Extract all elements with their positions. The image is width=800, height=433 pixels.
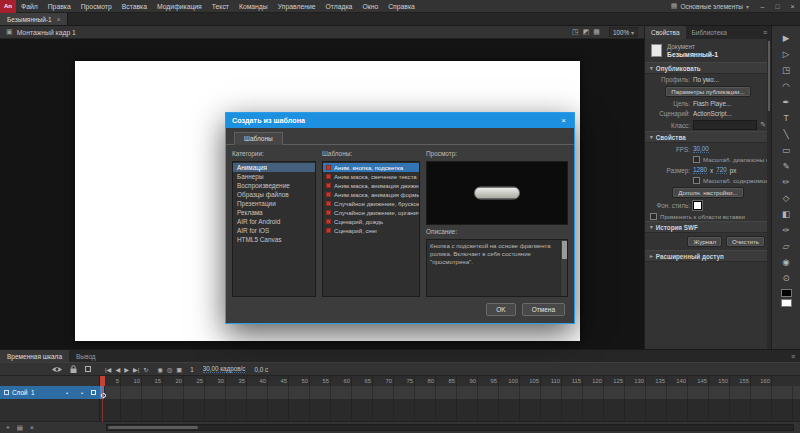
advanced-settings-button[interactable]: Дополн. настройки... — [672, 187, 743, 198]
layer-name-cell[interactable]: Слой_1 • • — [0, 386, 100, 399]
onion-skin-outlines-button[interactable]: ◎ — [166, 366, 173, 373]
frame-rate-value[interactable]: 30,00 кадров/с — [203, 365, 246, 373]
fps-value[interactable]: 30,00 — [693, 145, 709, 153]
panel-menu-icon[interactable]: ≡ — [786, 350, 800, 362]
publish-settings-button[interactable]: Параметры публикации... — [665, 86, 750, 97]
ruler-number[interactable]: 130 — [625, 376, 646, 386]
menu-item[interactable]: Модификация — [152, 0, 207, 13]
step-forward-button[interactable]: ▶| — [132, 366, 140, 373]
scale-spans-checkbox[interactable] — [693, 156, 700, 163]
new-folder-button[interactable]: ▤ — [17, 424, 23, 432]
new-layer-button[interactable]: + — [6, 424, 10, 432]
swf-history-log-button[interactable]: Журнал — [687, 236, 722, 247]
ruler-number[interactable]: 125 — [604, 376, 625, 386]
zoom-tool[interactable]: ⊙ — [776, 270, 796, 286]
line-tool[interactable]: ╲ — [776, 126, 796, 142]
tab-properties[interactable]: Свойства — [645, 26, 686, 39]
category-item[interactable]: Презентации — [233, 199, 315, 208]
class-input[interactable] — [693, 120, 757, 130]
stage-height-value[interactable]: 720 — [716, 166, 727, 174]
menu-item[interactable]: Правка — [43, 0, 76, 13]
script-dropdown[interactable]: ActionScript... — [693, 110, 732, 117]
swf-history-clear-button[interactable]: Очистить — [726, 236, 765, 247]
ruler-number[interactable]: 115 — [562, 376, 583, 386]
layer-frames[interactable] — [100, 386, 800, 399]
category-item[interactable]: Воспроизведение — [233, 181, 315, 190]
ruler-number[interactable]: 120 — [583, 376, 604, 386]
description-scrollbar[interactable] — [560, 240, 567, 296]
close-button[interactable]: × — [785, 0, 800, 13]
category-item[interactable]: AIR for Android — [233, 217, 315, 226]
ruler-number[interactable]: 150 — [709, 376, 730, 386]
tab-output[interactable]: Вывод — [69, 350, 103, 362]
play-button[interactable]: ▶ — [123, 366, 130, 373]
current-frame-counter[interactable]: 1 — [190, 366, 194, 373]
edit-symbols-button[interactable]: ◩ — [581, 28, 592, 36]
stage-width-value[interactable]: 1280 — [693, 166, 707, 174]
free-transform-tool[interactable]: ◳ — [776, 62, 796, 78]
ruler-number[interactable]: 10 — [121, 376, 142, 386]
template-item[interactable]: Аним. кнопка, подсветка — [323, 163, 419, 172]
ruler-numbers[interactable]: 5101520253035404550556065707580859095100… — [100, 376, 800, 386]
template-item[interactable]: Аним.маска, свечение текста — [323, 172, 419, 181]
workspace-switcher[interactable]: ▦ Основные элементы ▾ — [665, 2, 755, 10]
template-item[interactable]: Аним.маска, анимация движения — [323, 181, 419, 190]
selection-tool[interactable]: ▶ — [776, 30, 796, 46]
onion-skin-button[interactable]: ◉ — [156, 366, 163, 373]
tab-templates[interactable]: Шаблоны — [234, 132, 283, 145]
menu-item[interactable]: Просмотр — [76, 0, 117, 13]
category-item[interactable]: HTML5 Canvas — [233, 235, 315, 244]
section-publish[interactable]: ▾ Опубликовать — [645, 62, 771, 74]
timeline-horizontal-scrollbar[interactable] — [106, 424, 794, 431]
category-item[interactable]: Баннеры — [233, 172, 315, 181]
ruler-number[interactable]: 135 — [646, 376, 667, 386]
eyedropper-tool[interactable]: ✑ — [776, 222, 796, 238]
stroke-color-swatch[interactable] — [781, 289, 792, 297]
description-scrollbar-thumb[interactable] — [562, 241, 567, 259]
pencil-tool[interactable]: ✎ — [776, 158, 796, 174]
menu-item[interactable]: Отладка — [321, 0, 358, 13]
pen-tool[interactable]: ✒ — [776, 94, 796, 110]
ok-button[interactable]: OK — [486, 303, 515, 316]
document-tab-close-icon[interactable]: × — [57, 16, 61, 23]
template-item[interactable]: Аним.маска, анимация формы — [323, 190, 419, 199]
scale-content-checkbox[interactable] — [693, 177, 700, 184]
menu-item[interactable]: Текст — [207, 0, 234, 13]
category-item[interactable]: Анимация — [233, 163, 315, 172]
timeline-scrollbar-thumb[interactable] — [108, 426, 198, 429]
ruler-number[interactable]: 155 — [730, 376, 751, 386]
template-item[interactable]: Случайное движение, органическое — [323, 208, 419, 217]
zoom-control[interactable]: 100% ▾ — [609, 27, 638, 37]
ruler-number[interactable]: 60 — [331, 376, 352, 386]
menu-item[interactable]: Файл — [16, 0, 43, 13]
maximize-button[interactable]: □ — [770, 0, 785, 13]
ruler-number[interactable]: 145 — [688, 376, 709, 386]
tab-timeline[interactable]: Временная шкала — [0, 350, 69, 362]
ruler-number[interactable]: 75 — [394, 376, 415, 386]
apply-paste-checkbox[interactable] — [650, 213, 657, 220]
bone-tool[interactable]: ◇ — [776, 190, 796, 206]
properties-scrollbar-thumb[interactable] — [768, 41, 770, 111]
edit-class-icon[interactable]: ✎ — [760, 121, 766, 129]
ruler-number[interactable]: 65 — [352, 376, 373, 386]
template-item[interactable]: Сценарий, снег — [323, 226, 419, 235]
ruler-number[interactable]: 30 — [205, 376, 226, 386]
lock-all-layers-icon[interactable] — [70, 365, 77, 373]
edit-scene-button[interactable]: ◳ — [570, 28, 581, 36]
ruler-number[interactable]: 40 — [247, 376, 268, 386]
brush-tool[interactable]: ✏ — [776, 174, 796, 190]
cancel-button[interactable]: Отмена — [522, 303, 565, 316]
section-properties[interactable]: ▾ Свойства — [645, 131, 771, 143]
ruler-number[interactable]: 85 — [436, 376, 457, 386]
empty-frames-grid[interactable] — [100, 399, 800, 421]
fill-color-swatch[interactable] — [781, 299, 792, 307]
ruler-number[interactable]: 15 — [142, 376, 163, 386]
dialog-title-bar[interactable]: Создать из шаблона × — [226, 113, 574, 128]
loop-button[interactable]: ↻ — [142, 366, 149, 373]
ruler-number[interactable]: 50 — [289, 376, 310, 386]
template-item[interactable]: Сценарий, дождь — [323, 217, 419, 226]
panel-menu-icon[interactable]: ≡ — [759, 26, 771, 39]
empty-layer-area[interactable] — [0, 399, 100, 421]
section-swf-history[interactable]: ▾ История SWF — [645, 221, 771, 233]
ruler-number[interactable]: 140 — [667, 376, 688, 386]
